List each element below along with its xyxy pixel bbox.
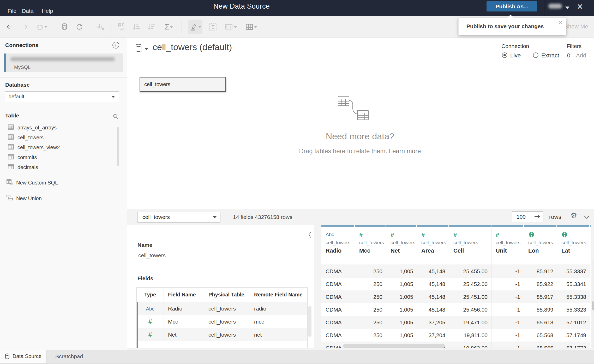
database-select[interactable]: default: [5, 91, 119, 102]
table-node-cell-towers[interactable]: cell_towers: [140, 77, 226, 92]
fields-scrollbar[interactable]: [308, 306, 311, 337]
field-row-net[interactable]: #Netcell_towersnet: [137, 328, 307, 341]
data-source-tab-icon: [5, 353, 10, 361]
apply-rows-arrow-icon[interactable]: [534, 214, 541, 220]
clear-sheet-icon[interactable]: [96, 22, 105, 31]
sidebar-table-arrays_of_arrays[interactable]: arrays_of_arrays: [0, 123, 127, 133]
window-close-button[interactable]: ×: [577, 1, 583, 12]
drag-tables-hint: Drag tables here to relate them. Learn m…: [256, 147, 464, 155]
grid-header-table-name: cell_towers: [421, 240, 449, 246]
sidebar-table-cell_towers[interactable]: cell_towers: [0, 133, 127, 142]
highlight-icon[interactable]: [188, 20, 202, 34]
grid-cell: -1: [491, 303, 524, 316]
name-value[interactable]: cell_towers: [138, 252, 166, 259]
field-name-cell: Radio: [164, 302, 204, 315]
titlebar-separator: [544, 0, 544, 16]
grid-column-header[interactable]: #cell_towersArea: [417, 231, 449, 265]
grid-cell: -1: [491, 342, 524, 348]
grid-cell: 250: [355, 278, 386, 290]
publish-as-button[interactable]: Publish As...: [487, 1, 537, 11]
fields-table: TypeField NamePhysical TableRemote Field…: [136, 287, 308, 348]
grid-cell: 65.565: [524, 342, 557, 348]
grid-vertical-scrollbar-thumb[interactable]: [592, 301, 594, 310]
connection-item[interactable]: MySQL: [4, 53, 123, 72]
cells-icon[interactable]: [244, 22, 259, 31]
union-icon: [6, 195, 13, 202]
table-preview-select[interactable]: cell_towers: [137, 212, 220, 223]
radio-extract[interactable]: [533, 52, 538, 58]
field-row-radio[interactable]: AbcRadiocell_towersradio: [137, 302, 307, 315]
user-account-chip[interactable]: [548, 4, 562, 9]
learn-more-link[interactable]: Learn more: [389, 147, 421, 154]
grid-column-header[interactable]: #cell_towersMcc: [355, 231, 386, 265]
search-icon[interactable]: [113, 114, 118, 120]
tab-scratchpad[interactable]: Scratchpad: [46, 350, 156, 363]
grid-header-field-name: Mcc: [359, 247, 386, 254]
table-icon: [8, 134, 14, 141]
sort-ascending-icon[interactable]: [132, 22, 141, 31]
collapse-metadata-chevron-icon[interactable]: [308, 231, 312, 239]
new-custom-sql-item[interactable]: New Custom SQL: [0, 178, 127, 188]
grid-column-header[interactable]: Abccell_towersRadio: [321, 231, 355, 265]
sort-descending-icon[interactable]: [147, 22, 156, 31]
database-select-value: default: [9, 92, 24, 102]
redo-icon[interactable]: [20, 22, 29, 31]
tooltip-close-icon[interactable]: ×: [558, 18, 563, 27]
grid-column-header[interactable]: #cell_towersUnit: [491, 231, 524, 265]
grid-cell: 85.917: [524, 290, 557, 303]
tab-data-source[interactable]: Data Source: [0, 350, 46, 363]
filters-add-button[interactable]: Add: [576, 52, 586, 59]
grid-column-unit: #cell_towersUnit-1-1-1-1-1-1-1: [491, 225, 524, 348]
menu-file[interactable]: File: [8, 8, 16, 14]
refresh-icon[interactable]: [75, 22, 84, 31]
fit-selector-icon[interactable]: [223, 22, 238, 31]
table-list-scrollbar[interactable]: [117, 127, 119, 166]
sidebar-table-commits[interactable]: commits: [0, 152, 127, 162]
grid-cell: 1,005: [386, 329, 417, 342]
svg-text:T: T: [212, 25, 214, 30]
text-label-icon[interactable]: T: [208, 22, 217, 31]
show-me-button[interactable]: Show Me: [564, 23, 588, 30]
new-union-item[interactable]: New Union: [0, 193, 127, 203]
remote-field-cell: radio: [250, 302, 307, 315]
add-connection-icon[interactable]: [112, 41, 119, 50]
grid-cell: 250: [355, 290, 386, 303]
grid-column-area: #cell_towersArea45,14845,14845,14845,148…: [417, 225, 449, 348]
grid-cell: 45,148: [417, 290, 449, 303]
swap-rows-columns-icon[interactable]: [117, 22, 126, 31]
toolbar-separator: [54, 20, 54, 34]
grid-header-field-name: Unit: [496, 247, 524, 254]
physical-table-cell: cell_towers: [204, 302, 250, 315]
menu-data[interactable]: Data: [22, 8, 33, 14]
filters-count: 0: [567, 52, 570, 59]
replay-icon[interactable]: [35, 22, 48, 31]
grid-vertical-scrollbar[interactable]: [592, 260, 594, 348]
grid-column-header[interactable]: cell_towersLon: [524, 231, 557, 265]
radio-live[interactable]: [502, 52, 507, 58]
grid-header-field-name: Area: [421, 247, 449, 254]
grid-header-field-name: Cell: [453, 247, 491, 254]
grid-horizontal-scrollbar-thumb[interactable]: [343, 344, 445, 348]
grid-cell: 37,204: [417, 329, 449, 342]
pause-updates-icon[interactable]: [60, 22, 69, 31]
datasource-caret-icon[interactable]: [145, 48, 148, 50]
gear-icon[interactable]: ⚙: [571, 211, 577, 220]
grid-cell: 25,455.00: [449, 265, 491, 278]
grid-column-header[interactable]: #cell_towersCell: [449, 231, 491, 265]
sidebar-table-decimals[interactable]: decimals: [0, 162, 127, 172]
table-icon: [8, 154, 14, 161]
field-row-mcc[interactable]: #Mcccell_towersmcc: [137, 315, 307, 328]
undo-icon[interactable]: [5, 22, 14, 31]
menu-help[interactable]: Help: [42, 8, 53, 14]
grid-cell: 65.568: [524, 329, 557, 342]
user-caret-icon[interactable]: [565, 7, 569, 9]
grid-header-field-name: Net: [391, 247, 417, 254]
totals-icon[interactable]: Σ: [162, 22, 176, 31]
collapse-pane-chevron-icon[interactable]: [584, 215, 590, 220]
grid-column-header[interactable]: #cell_towersNet: [386, 231, 417, 265]
sidebar-table-cell_towers_view2[interactable]: cell_towers_view2: [0, 142, 127, 152]
scratchpad-tab-label: Scratchpad: [55, 350, 83, 363]
globe-type-icon: [528, 231, 557, 239]
grid-column-header[interactable]: cell_towersLat: [557, 231, 590, 265]
number-type-icon: #: [496, 231, 524, 239]
